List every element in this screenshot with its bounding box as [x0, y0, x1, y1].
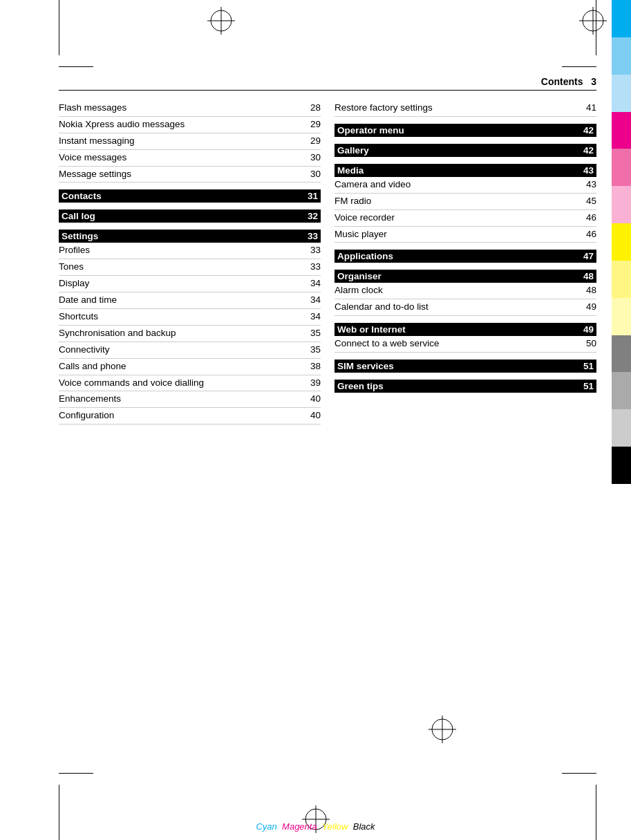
toc-row-page: 40 — [310, 393, 321, 406]
toc-section-label: SIM services — [337, 361, 583, 371]
toc-row-label: Nokia Xpress audio messages — [59, 118, 310, 131]
toc-row-page: 29 — [310, 135, 321, 148]
toc-row: Flash messages28 — [59, 100, 321, 117]
toc-row-page: 35 — [310, 344, 321, 357]
toc-section-page: 31 — [308, 191, 318, 201]
toc-section-header: Operator menu42 — [335, 124, 596, 137]
v-line-top-right — [596, 0, 596, 55]
toc-row-page: 34 — [310, 294, 321, 307]
toc-row-page: 29 — [310, 118, 321, 131]
toc-section-page: 51 — [583, 381, 594, 391]
toc-spacer — [335, 316, 596, 320]
toc-row: Configuration40 — [59, 408, 321, 424]
toc-row-label: Display — [59, 277, 310, 290]
toc-row-page: 30 — [310, 151, 321, 165]
toc-right-column: Restore factory settings41Operator menu4… — [335, 100, 596, 424]
toc-row-page: 46 — [586, 228, 596, 241]
toc-section-header: Green tips51 — [335, 380, 596, 393]
toc-row-page: 49 — [586, 301, 596, 314]
toc-row-label: Music player — [335, 228, 586, 241]
toc-row-label: Configuration — [59, 409, 310, 422]
h-line-bottom-right — [562, 773, 596, 774]
cmyk-label: Cyan Magenta Yellow Black — [256, 821, 375, 832]
toc-row-label: FM radio — [335, 195, 586, 208]
toc-spacer — [59, 223, 321, 227]
toc-row-label: Alarm clock — [335, 284, 586, 297]
toc-row-page: 30 — [310, 168, 321, 181]
toc-row-label: Camera and video — [335, 178, 586, 192]
toc-row-page: 43 — [586, 178, 596, 192]
toc-section-page: 33 — [308, 231, 318, 241]
toc-spacer — [335, 373, 596, 377]
page-content: Contents 3 Flash messages28Nokia Xpress … — [59, 76, 596, 764]
toc-section-header: Gallery42 — [335, 144, 596, 157]
toc-section-label: Organiser — [337, 271, 583, 281]
toc-row: Restore factory settings41 — [335, 100, 596, 117]
toc-row-label: Calls and phone — [59, 360, 310, 373]
toc-row-page: 39 — [310, 377, 321, 390]
toc-row: Nokia Xpress audio messages29 — [59, 117, 321, 133]
toc-row-label: Shortcuts — [59, 310, 310, 324]
toc-section-header: Contacts31 — [59, 189, 321, 203]
toc-row-page: 48 — [586, 284, 596, 297]
toc-row-label: Date and time — [59, 294, 310, 307]
toc-section-label: Green tips — [337, 381, 583, 391]
toc-left-column: Flash messages28Nokia Xpress audio messa… — [59, 100, 321, 424]
cmyk-black: Black — [353, 821, 375, 832]
h-line-bottom-left — [59, 773, 93, 774]
toc-section-label: Media — [337, 165, 583, 176]
toc-section-header: Call log32 — [59, 209, 321, 223]
toc-row: Enhancements40 — [59, 391, 321, 408]
v-line-bottom-right — [596, 785, 596, 840]
toc-spacer — [335, 243, 596, 247]
toc-row: Message settings30 — [59, 167, 321, 183]
toc-row: Display34 — [59, 276, 321, 292]
toc-section-page: 48 — [583, 271, 594, 281]
toc-row: Voice messages30 — [59, 150, 321, 167]
toc-section-page: 47 — [583, 251, 594, 261]
toc-row-page: 41 — [586, 102, 596, 115]
toc-spacer — [59, 203, 321, 207]
toc-row: Shortcuts34 — [59, 309, 321, 326]
toc-section-label: Call log — [62, 211, 308, 221]
toc-row-label: Calendar and to-do list — [335, 301, 586, 314]
reg-mark-top-right — [579, 7, 607, 35]
toc-section-label: Applications — [337, 251, 583, 261]
toc-row-page: 40 — [310, 409, 321, 422]
toc-row-label: Message settings — [59, 168, 310, 181]
toc-row-label: Voice recorder — [335, 212, 586, 225]
toc-row-page: 33 — [310, 261, 321, 274]
toc-section-header: Settings33 — [59, 230, 321, 243]
toc-row: Date and time34 — [59, 292, 321, 309]
toc-row-page: 28 — [310, 102, 321, 115]
toc-row: Music player46 — [335, 227, 596, 243]
toc-section-label: Web or Internet — [337, 324, 583, 335]
toc-row-label: Tones — [59, 261, 310, 274]
toc-row: Calls and phone38 — [59, 359, 321, 375]
toc-section-label: Gallery — [337, 145, 583, 156]
toc-spacer — [335, 137, 596, 141]
toc-section-header: Applications47 — [335, 250, 596, 263]
toc-section-header: Web or Internet49 — [335, 323, 596, 336]
header-page: 3 — [591, 76, 596, 87]
toc-section-page: 32 — [308, 211, 318, 221]
page-header: Contents 3 — [59, 76, 596, 91]
toc-section-header: Organiser48 — [335, 270, 596, 283]
toc-row-label: Voice messages — [59, 151, 310, 165]
toc-spacer — [335, 157, 596, 161]
toc-row-page: 45 — [586, 195, 596, 208]
toc-section-page: 43 — [583, 165, 594, 176]
toc-row: Profiles33 — [59, 243, 321, 259]
toc-row-page: 46 — [586, 212, 596, 225]
toc-section-page: 42 — [583, 125, 594, 136]
toc-row-label: Profiles — [59, 244, 310, 257]
toc-row-label: Flash messages — [59, 102, 310, 115]
cmyk-yellow: Yellow — [322, 821, 348, 832]
h-line-top-left — [59, 66, 93, 67]
toc-row: Voice commands and voice dialling39 — [59, 375, 321, 392]
cmyk-magenta: Magenta — [282, 821, 317, 832]
toc-section-label: Operator menu — [337, 125, 583, 136]
toc-row-label: Restore factory settings — [335, 102, 586, 115]
toc-section-page: 42 — [583, 145, 594, 156]
toc-row-page: 33 — [310, 244, 321, 257]
